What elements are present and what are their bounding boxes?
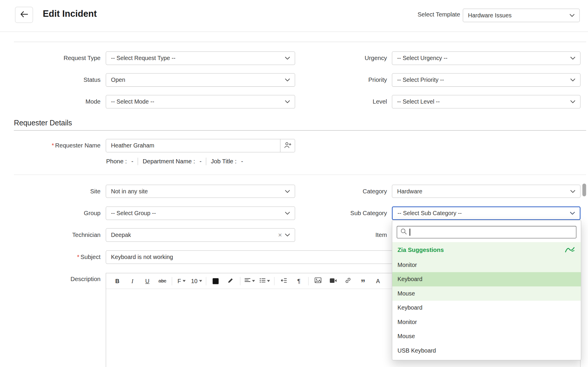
priority-select[interactable]: -- Select Priority -- bbox=[392, 73, 581, 87]
content-top-divider bbox=[14, 42, 586, 42]
toolbar-separator bbox=[172, 277, 172, 285]
blockquote-button[interactable]: ” bbox=[355, 275, 370, 287]
sub-category-select[interactable]: -- Select Sub Category -- bbox=[392, 207, 581, 220]
item-label: Item bbox=[305, 228, 387, 242]
department-label: Department Name : bbox=[143, 158, 195, 165]
scrollbar-thumb[interactable] bbox=[582, 184, 586, 196]
requester-name-label: *Requester Name bbox=[8, 139, 101, 152]
zia-suggestions-title: Zia Suggestions bbox=[397, 247, 565, 253]
sub-category-dropdown-panel: Zia Suggestions Monitor Keyboard Mouse K… bbox=[392, 220, 581, 360]
zia-logo-icon bbox=[565, 246, 575, 254]
sub-category-option[interactable]: Monitor bbox=[392, 315, 581, 329]
level-select[interactable]: -- Select Level -- bbox=[392, 95, 581, 109]
requester-name-input[interactable] bbox=[106, 139, 280, 152]
highlight-pen-button[interactable] bbox=[223, 275, 238, 287]
insert-video-button[interactable] bbox=[325, 275, 340, 287]
job-title-value: - bbox=[241, 158, 243, 165]
chevron-down-icon bbox=[567, 57, 575, 60]
insert-image-button[interactable] bbox=[310, 275, 325, 287]
subject-label: *Subject bbox=[8, 250, 101, 264]
requester-meta: Phone : - Department Name : - Job Title … bbox=[106, 156, 243, 167]
chevron-down-icon bbox=[567, 190, 575, 193]
site-select[interactable]: Not in any site bbox=[106, 185, 295, 198]
department-value: - bbox=[200, 158, 202, 165]
urgency-select[interactable]: -- Select Urgency -- bbox=[392, 52, 581, 65]
font-size-button[interactable]: 10 bbox=[189, 275, 204, 287]
align-button[interactable] bbox=[242, 275, 257, 287]
mode-select[interactable]: -- Select Mode -- bbox=[106, 95, 295, 109]
urgency-label: Urgency bbox=[305, 52, 387, 65]
zia-suggestion-item-highlighted[interactable]: Keyboard bbox=[392, 272, 581, 286]
pen-icon bbox=[228, 277, 233, 285]
search-icon bbox=[400, 228, 407, 236]
insert-link-button[interactable] bbox=[340, 275, 355, 287]
chevron-down-icon bbox=[282, 233, 290, 236]
sub-category-search-input[interactable] bbox=[410, 229, 573, 235]
status-select[interactable]: Open bbox=[106, 73, 295, 87]
color-swatch-icon bbox=[213, 278, 218, 284]
font-family-button[interactable]: F bbox=[174, 275, 189, 287]
level-label: Level bbox=[305, 95, 387, 109]
header-divider bbox=[0, 31, 588, 32]
status-label: Status bbox=[8, 73, 101, 87]
priority-label: Priority bbox=[305, 73, 387, 87]
toolbar-separator bbox=[274, 277, 274, 285]
strikethrough-button[interactable]: abc bbox=[155, 275, 170, 287]
zia-suggestions-header: Zia Suggestions bbox=[392, 242, 581, 258]
zia-suggestions-section: Zia Suggestions Monitor Keyboard Mouse bbox=[392, 242, 581, 301]
template-select[interactable]: Hardware Issues bbox=[463, 9, 580, 22]
required-asterisk: * bbox=[52, 142, 54, 149]
sub-category-option[interactable]: Keyboard bbox=[392, 301, 581, 315]
background-color-button[interactable] bbox=[208, 275, 223, 287]
sub-category-option[interactable]: Mouse bbox=[392, 329, 581, 343]
chevron-down-icon bbox=[282, 79, 290, 82]
description-label: Description bbox=[8, 273, 101, 285]
dropdown-arrow-icon bbox=[267, 280, 270, 282]
group-label: Group bbox=[8, 207, 101, 220]
requester-section-divider bbox=[14, 130, 586, 131]
bullet-list-icon bbox=[260, 278, 265, 284]
request-type-select[interactable]: -- Select Request Type -- bbox=[106, 52, 295, 65]
outdent-button[interactable] bbox=[276, 275, 291, 287]
category-label: Category bbox=[305, 185, 387, 198]
chevron-down-icon bbox=[567, 79, 575, 82]
back-button[interactable] bbox=[15, 7, 33, 23]
request-type-label: Request Type bbox=[8, 52, 101, 65]
chevron-down-icon bbox=[282, 57, 290, 60]
meta-separator bbox=[138, 158, 138, 165]
mode-label: Mode bbox=[8, 95, 101, 109]
technician-label: Technician bbox=[8, 228, 101, 242]
paragraph-direction-button[interactable]: ¶ bbox=[291, 275, 306, 287]
bold-button[interactable]: B bbox=[110, 275, 125, 287]
add-user-icon bbox=[284, 142, 292, 150]
site-label: Site bbox=[8, 185, 101, 198]
select-template-label: Select Template bbox=[375, 11, 460, 18]
text-tool-button[interactable]: A bbox=[370, 275, 385, 287]
chevron-down-icon bbox=[567, 212, 575, 215]
video-camera-icon bbox=[330, 278, 337, 284]
sub-category-option[interactable]: USB Keyboard bbox=[392, 343, 581, 358]
technician-select[interactable]: Deepak × bbox=[106, 228, 295, 242]
group-select[interactable]: -- Select Group -- bbox=[106, 207, 295, 220]
chevron-down-icon bbox=[567, 100, 575, 103]
underline-button[interactable]: U bbox=[140, 275, 155, 287]
toolbar-separator bbox=[240, 277, 240, 285]
chevron-down-icon bbox=[282, 100, 290, 103]
zia-suggestion-item[interactable]: Mouse bbox=[392, 286, 581, 300]
clear-technician-icon[interactable]: × bbox=[278, 232, 282, 238]
add-requester-button[interactable] bbox=[280, 139, 295, 152]
required-asterisk: * bbox=[77, 254, 79, 260]
category-select[interactable]: Hardware bbox=[392, 185, 581, 198]
toolbar-separator bbox=[308, 277, 308, 285]
requester-details-heading: Requester Details bbox=[14, 119, 72, 127]
list-button[interactable] bbox=[257, 275, 272, 287]
chevron-down-icon bbox=[567, 14, 574, 17]
image-icon bbox=[315, 278, 321, 285]
toolbar-separator bbox=[206, 277, 206, 285]
page-title: Edit Incident bbox=[43, 9, 97, 19]
italic-button[interactable]: I bbox=[125, 275, 140, 287]
zia-suggestion-item[interactable]: Monitor bbox=[392, 258, 581, 272]
back-arrow-icon bbox=[20, 11, 28, 19]
dropdown-search-box[interactable] bbox=[397, 226, 576, 238]
link-icon bbox=[345, 277, 351, 285]
